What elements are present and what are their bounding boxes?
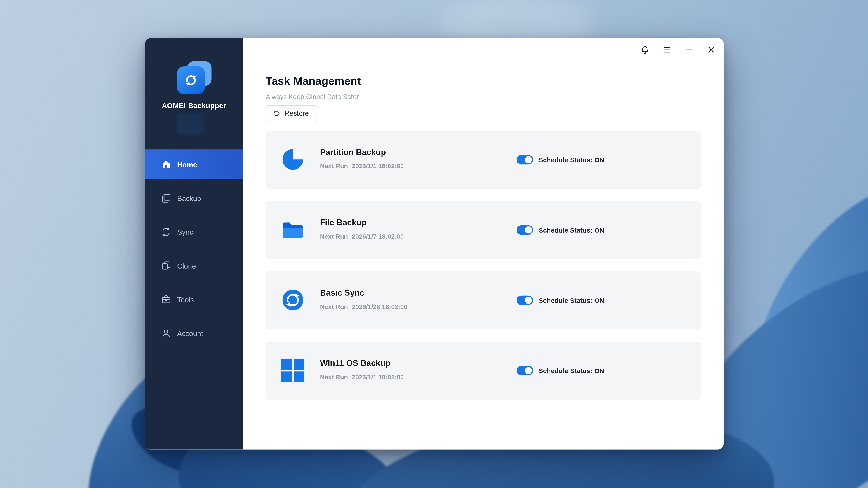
sidebar-item-label: Backup bbox=[177, 194, 201, 202]
task-card-partition-backup[interactable]: Partition Backup Next Run: 2026/1/1 18:0… bbox=[266, 131, 701, 189]
task-next-run: Next Run: 2026/1/1 18:02:00 bbox=[320, 373, 404, 382]
sync-logo-icon bbox=[177, 66, 204, 94]
account-icon bbox=[159, 327, 173, 340]
task-schedule: Schedule Status: ON bbox=[517, 131, 604, 189]
sync-icon bbox=[159, 225, 173, 239]
window-controls bbox=[637, 42, 719, 58]
toggle-knob bbox=[525, 226, 532, 234]
clone-icon bbox=[159, 259, 173, 272]
schedule-status-label: Schedule Status: ON bbox=[539, 367, 604, 374]
task-next-run: Next Run: 2026/1/7 18:02:00 bbox=[320, 233, 404, 241]
schedule-status-label: Schedule Status: ON bbox=[539, 226, 604, 234]
app-window: AOMEI Backupper Home bbox=[145, 38, 723, 450]
sidebar-item-home[interactable]: Home bbox=[145, 149, 243, 179]
restore-button[interactable]: Restore bbox=[266, 105, 317, 121]
schedule-status-label: Schedule Status: ON bbox=[539, 296, 604, 304]
sync-circle-icon bbox=[281, 288, 305, 312]
logo-reflection bbox=[177, 113, 211, 135]
sidebar: AOMEI Backupper Home bbox=[145, 38, 243, 450]
schedule-toggle[interactable] bbox=[517, 155, 533, 164]
sidebar-nav: Home Backup bbox=[145, 149, 243, 352]
task-next-run: Next Run: 2026/1/1 18:02:00 bbox=[320, 162, 404, 171]
minimize-button[interactable] bbox=[682, 42, 697, 58]
sidebar-item-clone[interactable]: Clone bbox=[145, 251, 243, 280]
task-schedule: Schedule Status: ON bbox=[517, 201, 604, 259]
sidebar-item-account[interactable]: Account bbox=[145, 318, 243, 348]
close-button[interactable] bbox=[704, 42, 719, 58]
app-logo-icon bbox=[177, 61, 211, 96]
close-icon bbox=[706, 45, 716, 55]
bell-icon bbox=[640, 45, 650, 55]
menu-button[interactable] bbox=[659, 42, 675, 58]
windows-icon bbox=[281, 358, 305, 383]
sidebar-item-tools[interactable]: Tools bbox=[145, 284, 243, 314]
task-name: Basic Sync bbox=[320, 287, 364, 298]
task-card-win11-os-backup[interactable]: Win11 OS Backup Next Run: 2026/1/1 18:02… bbox=[266, 341, 701, 400]
sidebar-item-label: Sync bbox=[177, 228, 193, 236]
task-schedule: Schedule Status: ON bbox=[517, 271, 604, 329]
schedule-toggle[interactable] bbox=[517, 366, 533, 375]
task-name: Win11 OS Backup bbox=[320, 358, 391, 369]
minimize-icon bbox=[684, 45, 694, 55]
schedule-toggle[interactable] bbox=[517, 296, 533, 305]
toggle-knob bbox=[525, 367, 532, 374]
sidebar-item-backup[interactable]: Backup bbox=[145, 183, 243, 213]
sidebar-item-sync[interactable]: Sync bbox=[145, 217, 243, 247]
sidebar-item-label: Clone bbox=[177, 262, 196, 270]
page-subtitle: Always Keep Global Data Safer bbox=[266, 93, 359, 101]
sidebar-item-label: Account bbox=[177, 329, 203, 337]
task-name: File Backup bbox=[320, 217, 367, 228]
app-name: AOMEI Backupper bbox=[145, 101, 243, 110]
pie-chart-icon bbox=[281, 147, 305, 172]
folder-icon bbox=[281, 217, 305, 242]
sidebar-item-label: Home bbox=[177, 160, 197, 169]
task-next-run: Next Run: 2026/1/28 18:02:00 bbox=[320, 303, 408, 311]
sidebar-item-label: Tools bbox=[177, 296, 194, 304]
task-name: Partition Backup bbox=[320, 147, 386, 158]
undo-icon bbox=[272, 109, 281, 117]
tools-icon bbox=[159, 293, 173, 306]
backup-icon bbox=[159, 191, 173, 205]
task-list: Partition Backup Next Run: 2026/1/1 18:0… bbox=[266, 131, 701, 400]
schedule-toggle[interactable] bbox=[517, 225, 533, 235]
main-content: Task Management Always Keep Global Data … bbox=[243, 38, 723, 450]
home-icon bbox=[159, 158, 173, 171]
task-schedule: Schedule Status: ON bbox=[517, 341, 604, 400]
menu-icon bbox=[662, 45, 672, 55]
desktop: AOMEI Backupper Home bbox=[0, 0, 868, 488]
task-card-file-backup[interactable]: File Backup Next Run: 2026/1/7 18:02:00 … bbox=[266, 201, 701, 259]
notifications-button[interactable] bbox=[637, 42, 653, 58]
task-card-basic-sync[interactable]: Basic Sync Next Run: 2026/1/28 18:02:00 … bbox=[266, 271, 701, 329]
schedule-status-label: Schedule Status: ON bbox=[539, 156, 604, 163]
restore-button-label: Restore bbox=[285, 110, 309, 117]
toggle-knob bbox=[525, 297, 532, 304]
page-title: Task Management bbox=[266, 74, 361, 88]
toggle-knob bbox=[525, 156, 532, 163]
app-brand: AOMEI Backupper bbox=[145, 38, 243, 110]
